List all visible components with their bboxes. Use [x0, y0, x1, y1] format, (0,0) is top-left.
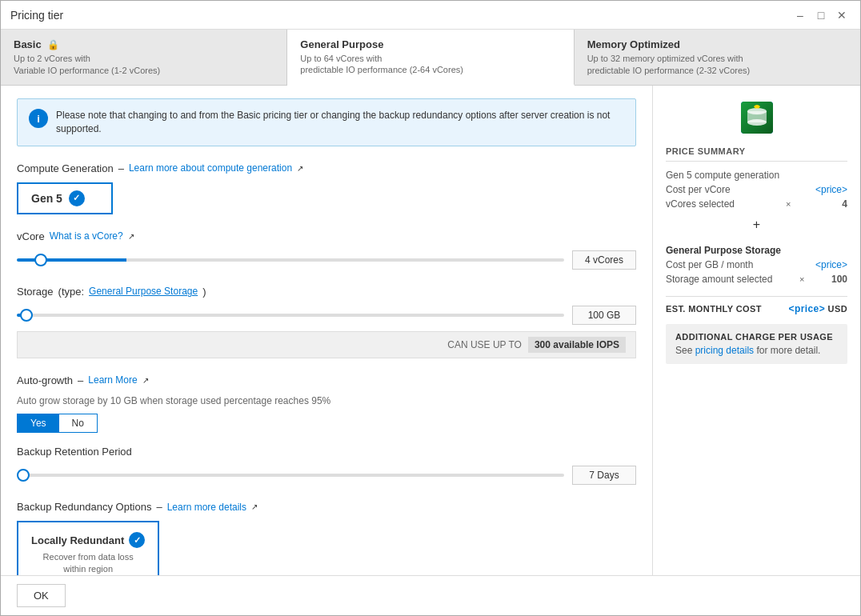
monthly-cost-row: EST. MONTHLY COST <price> USD [666, 296, 847, 314]
backup-redundancy-label: Backup Redundancy Options – Learn more d… [17, 501, 636, 513]
compute-gen-row: Gen 5 compute generation [666, 170, 847, 181]
tab-basic[interactable]: Basic 🔒 Up to 2 vCores withVariable IO p… [1, 30, 287, 85]
vcores-selected-row: vCores selected × 4 [666, 198, 847, 210]
vcores-count: 4 [842, 198, 847, 210]
redundancy-link[interactable]: Learn more details [167, 502, 246, 513]
external-link-icon: ↗ [297, 164, 303, 173]
tab-general-purpose-label: General Purpose [300, 38, 560, 50]
compute-generation-section: Compute Generation – Learn more about co… [17, 162, 636, 214]
pricing-tier-window: Pricing tier – □ ✕ Basic 🔒 Up to 2 vCore… [0, 0, 861, 616]
locally-redundant-desc: Recover from data losswithin region [31, 551, 145, 574]
monthly-cost-val: <price> [789, 303, 826, 314]
storage-slider-container: 100 GB [17, 306, 636, 325]
backup-retention-label: Backup Retention Period [17, 446, 636, 458]
svg-point-4 [747, 119, 767, 126]
vcores-selected-label: vCores selected [666, 198, 735, 210]
compute-generation-button[interactable]: Gen 5 ✓ [17, 182, 113, 214]
iops-bar: CAN USE UP TO 300 available IOPS [17, 331, 636, 358]
left-panel: i Please note that changing to and from … [1, 86, 652, 575]
redundancy-dash: – [156, 501, 162, 513]
cost-per-gb-label: Cost per GB / month [666, 259, 753, 270]
tab-memory-optimized[interactable]: Memory Optimized Up to 32 memory optimiz… [575, 30, 860, 85]
storage-slider[interactable] [17, 314, 564, 317]
monthly-cost-label: EST. MONTHLY COST [666, 304, 762, 314]
maximize-button[interactable]: □ [812, 6, 830, 24]
vcores-multiply: × [786, 199, 791, 209]
backup-value-display: 7 Days [572, 466, 636, 485]
storage-title: General Purpose Storage [666, 245, 847, 256]
title-bar: Pricing tier – □ ✕ [1, 1, 860, 30]
external-link-icon-vcore: ↗ [128, 232, 134, 241]
compute-gen-check-icon: ✓ [69, 190, 85, 206]
tab-basic-desc: Up to 2 vCores withVariable IO performan… [14, 53, 274, 76]
main-content: i Please note that changing to and from … [1, 86, 860, 575]
backup-slider[interactable] [17, 474, 564, 477]
vcore-section: vCore What is a vCore? ↗ 4 vCores [17, 230, 636, 270]
window-controls: – □ ✕ [791, 6, 851, 24]
backup-redundancy-section: Backup Redundancy Options – Learn more d… [17, 501, 636, 575]
vcore-slider-container: 4 vCores [17, 250, 636, 270]
storage-amount-row: Storage amount selected × 100 [666, 274, 847, 285]
additional-charge-text: See pricing details for more detail. [675, 345, 838, 356]
db-icon-container [666, 98, 847, 137]
storage-type-link[interactable]: General Purpose Storage [89, 286, 198, 297]
autogrowth-yes-button[interactable]: Yes [18, 414, 59, 432]
cost-per-vcore-row: Cost per vCore <price> [666, 184, 847, 195]
compute-generation-label: Compute Generation – Learn more about co… [17, 162, 636, 174]
cost-per-gb-row: Cost per GB / month <price> [666, 259, 847, 270]
compute-generation-link[interactable]: Learn more about compute generation [129, 162, 292, 174]
vcore-link[interactable]: What is a vCore? [50, 230, 123, 242]
autogrowth-label: Auto-growth – Learn More ↗ [17, 374, 636, 386]
external-link-icon-autogrowth: ↗ [142, 376, 149, 385]
redundancy-check-icon: ✓ [129, 532, 145, 548]
info-banner: i Please note that changing to and from … [17, 98, 636, 146]
plus-sign: + [666, 218, 847, 232]
storage-amount-label: Storage amount selected [666, 274, 772, 285]
close-button[interactable]: ✕ [833, 6, 851, 24]
price-summary-title: PRICE SUMMARY [666, 146, 847, 162]
storage-type-paren-close: ) [202, 286, 206, 298]
vcore-slider[interactable] [17, 258, 564, 262]
locally-redundant-title: Locally Redundant ✓ [31, 532, 145, 548]
autogrowth-no-button[interactable]: No [59, 414, 97, 432]
dash-separator: – [118, 162, 124, 174]
cost-per-vcore-label: Cost per vCore [666, 184, 731, 195]
autogrowth-toggle: Yes No [17, 414, 98, 433]
info-text: Please note that changing to and from th… [56, 109, 624, 136]
currency: USD [828, 304, 847, 314]
backup-slider-container: 7 Days [17, 466, 636, 485]
additional-charge-title: ADDITIONAL CHARGE PER USAGE [675, 332, 838, 342]
external-link-icon-redundancy: ↗ [251, 502, 258, 511]
pricing-details-link[interactable]: pricing details [695, 345, 754, 356]
backup-retention-section: Backup Retention Period 7 Days [17, 446, 636, 485]
storage-section: Storage (type: General Purpose Storage )… [17, 286, 636, 358]
tab-general-purpose-desc: Up to 64 vCores withpredictable IO perfo… [300, 53, 560, 76]
iops-label: CAN USE UP TO [447, 339, 522, 350]
autogrowth-desc: Auto grow storage by 10 GB when storage … [17, 394, 636, 408]
window-title: Pricing tier [10, 9, 63, 22]
storage-type-paren: (type: [58, 286, 85, 298]
iops-value: 300 available IOPS [528, 337, 626, 353]
pricing-tabs: Basic 🔒 Up to 2 vCores withVariable IO p… [1, 30, 860, 86]
tab-memory-optimized-desc: Up to 32 memory optimized vCores withpre… [587, 53, 847, 76]
compute-gen-desc: Gen 5 compute generation [666, 170, 779, 181]
storage-value-display: 100 GB [572, 306, 636, 325]
storage-label: Storage (type: General Purpose Storage ) [17, 286, 636, 298]
ok-button[interactable]: OK [17, 584, 66, 607]
vcore-value-display: 4 vCores [572, 250, 636, 270]
tab-memory-optimized-label: Memory Optimized [587, 38, 847, 50]
footer: OK [1, 575, 860, 615]
monthly-cost-right: <price> USD [789, 303, 847, 314]
tab-general-purpose[interactable]: General Purpose Up to 64 vCores withpred… [287, 30, 574, 86]
locally-redundant-option[interactable]: Locally Redundant ✓ Recover from data lo… [17, 521, 159, 575]
autogrowth-link[interactable]: Learn More [88, 374, 137, 386]
minimize-button[interactable]: – [791, 6, 809, 24]
storage-multiply: × [799, 274, 804, 284]
right-panel: PRICE SUMMARY Gen 5 compute generation C… [652, 86, 860, 575]
vcore-label: vCore What is a vCore? ↗ [17, 230, 636, 242]
lock-icon: 🔒 [47, 39, 59, 50]
autogrowth-dash: – [78, 374, 83, 386]
cost-per-gb-val: <price> [815, 259, 847, 270]
cost-per-vcore-val: <price> [815, 184, 847, 195]
info-icon: i [29, 109, 48, 128]
